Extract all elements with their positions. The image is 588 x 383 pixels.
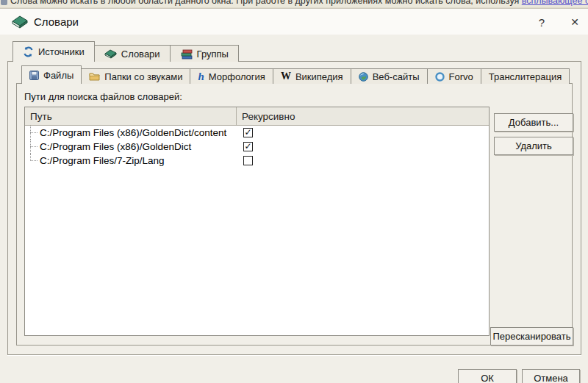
goldendict-book-icon	[11, 15, 29, 29]
tab-groups[interactable]: Группы	[170, 45, 239, 62]
close-button[interactable]: ✕	[564, 13, 585, 31]
clipped-icon-fragment	[1, 0, 7, 5]
path-text: C:/Program Files/7-Zip/Lang	[40, 155, 165, 166]
main-tabbar: Источники Словари	[12, 41, 239, 62]
tab-groups-label: Группы	[197, 49, 229, 60]
ok-button[interactable]: ОК	[458, 369, 517, 383]
tab-wikipedia[interactable]: W Википедия	[273, 68, 351, 84]
path-text: C:/Program Files (x86)/GoldenDict/conten…	[40, 127, 226, 138]
popup-window-link[interactable]: всплывающее окно	[522, 0, 588, 6]
table-row[interactable]: C:/Program Files (x86)/GoldenDict/conten…	[25, 126, 489, 140]
column-header-recursive[interactable]: Рекурсивно	[237, 107, 489, 125]
table-row[interactable]: C:/Program Files (x86)/GoldenDict ✓	[25, 140, 489, 154]
tab-websites-label: Веб-сайты	[373, 71, 420, 82]
tab-sound-dirs-label: Папки со звуками	[104, 71, 182, 82]
morphology-icon: h	[198, 71, 204, 82]
recursive-checkbox[interactable]: ✓	[243, 142, 253, 151]
hint-text-pre: Слова можно искать в любой области данно…	[10, 0, 522, 6]
tab-sound-dirs[interactable]: Папки со звуками	[81, 68, 190, 84]
tab-websites[interactable]: Веб-сайты	[351, 68, 428, 84]
tab-transliteration[interactable]: Транслитерация	[481, 68, 570, 84]
tab-files[interactable]: Файлы	[21, 65, 82, 84]
tab-wikipedia-label: Википедия	[295, 71, 343, 82]
sources-sub-tabbar: Файлы Папки со звуками h Морфология W Ви…	[21, 65, 570, 84]
remove-button[interactable]: Удалить	[494, 137, 573, 155]
book-icon	[104, 49, 117, 59]
table-row[interactable]: C:/Program Files/7-Zip/Lang ✓	[25, 154, 489, 168]
rescan-button[interactable]: Пересканировать	[490, 327, 573, 346]
column-header-path[interactable]: Путь	[25, 107, 237, 125]
tab-forvo[interactable]: Forvo	[427, 68, 481, 84]
dialog-titlebar[interactable]: Словари ? ✕	[0, 9, 588, 35]
tree-branch	[29, 140, 40, 154]
files-icon	[29, 71, 39, 80]
tree-branch	[29, 154, 40, 168]
dictionaries-dialog: Словари ? ✕ Источники	[0, 8, 588, 383]
checkmark-icon: ✓	[244, 128, 251, 137]
globe-icon	[359, 72, 368, 82]
screen: Слова можно искать в любой области данно…	[0, 0, 588, 383]
tab-forvo-label: Forvo	[449, 71, 473, 82]
add-button[interactable]: Добавить...	[494, 113, 573, 132]
sync-icon	[23, 46, 34, 57]
folder-icon	[89, 72, 100, 81]
tab-sources-label: Источники	[38, 46, 85, 57]
recursive-checkbox[interactable]: ✓	[243, 156, 253, 165]
tab-files-label: Файлы	[43, 70, 74, 81]
tab-morphology[interactable]: h Морфология	[190, 68, 273, 84]
paths-caption: Пути для поиска файлов словарей:	[24, 91, 182, 102]
help-button[interactable]: ?	[531, 13, 552, 31]
table-header: Путь Рекурсивно	[25, 107, 489, 126]
paths-table[interactable]: Путь Рекурсивно C:/Program Files (x86)/G…	[24, 107, 490, 336]
books-stack-icon	[180, 49, 193, 60]
tab-transliteration-label: Транслитерация	[489, 71, 562, 82]
tab-morphology-label: Морфология	[209, 71, 265, 82]
wikipedia-icon: W	[281, 71, 291, 82]
checkmark-icon: ✓	[244, 142, 251, 151]
dialog-title: Словари	[34, 15, 79, 28]
tree-branch	[29, 126, 40, 140]
recursive-checkbox[interactable]: ✓	[243, 128, 253, 137]
cancel-button[interactable]: Отмена	[522, 369, 580, 383]
hint-text: Слова можно искать в любой области данно…	[10, 0, 588, 6]
tab-sources[interactable]: Источники	[12, 41, 95, 62]
tab-dictionaries-label: Словари	[121, 49, 160, 60]
background-window-strip: Слова можно искать в любой области данно…	[0, 0, 588, 8]
forvo-icon	[435, 72, 445, 82]
tab-dictionaries[interactable]: Словари	[94, 45, 171, 62]
path-text: C:/Program Files (x86)/GoldenDict	[40, 141, 191, 152]
